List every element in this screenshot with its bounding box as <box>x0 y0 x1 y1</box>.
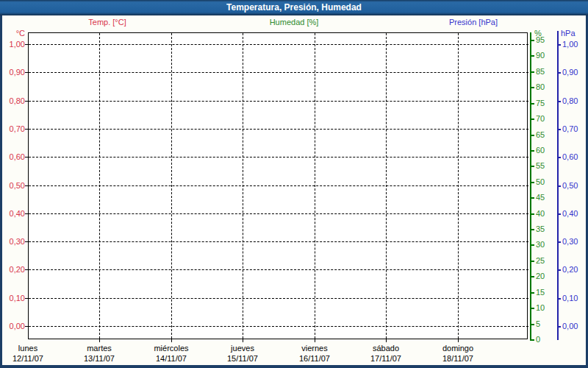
humidity-axis-tick <box>530 150 534 152</box>
day-label: martes <box>66 344 132 353</box>
x-axis-tick <box>243 339 243 342</box>
date-label: 14/11/07 <box>138 354 204 363</box>
temp-axis-tick <box>25 269 28 270</box>
day-label: domingo <box>425 344 491 353</box>
x-axis-tick <box>315 339 315 342</box>
humidity-axis-tick-label: 60 <box>536 146 545 155</box>
date-label: 17/11/07 <box>353 354 419 363</box>
v-gridline <box>171 33 172 339</box>
v-gridline <box>315 33 315 339</box>
temp-axis-tick <box>25 326 28 327</box>
x-axis-tick <box>386 339 387 342</box>
humidity-axis-tick-label: 40 <box>536 209 545 218</box>
x-axis-tick <box>458 339 459 342</box>
temp-axis-tick-label: 1,00 <box>0 40 25 49</box>
humidity-axis-tick-label: 10 <box>536 303 545 312</box>
humidity-axis-tick <box>530 135 534 136</box>
chart-area: °C % hPa 1,001,000,900,900,800,800,700,7… <box>0 0 588 368</box>
temp-axis-tick-label: 0,40 <box>0 209 25 218</box>
humidity-axis-tick-label: 25 <box>536 256 545 265</box>
day-label: sábado <box>353 344 419 353</box>
h-gridline <box>29 129 528 130</box>
humidity-axis-tick <box>530 182 534 183</box>
humidity-axis-tick <box>530 71 534 73</box>
h-gridline <box>29 44 528 45</box>
humidity-axis-tick <box>530 166 534 167</box>
temp-axis-tick <box>25 72 28 73</box>
humidity-axis-tick-label: 85 <box>536 67 545 76</box>
pressure-axis-tick-label: 0,70 <box>562 124 578 133</box>
humidity-axis-line <box>530 32 531 340</box>
humidity-axis-tick <box>530 261 534 262</box>
humidity-axis-tick-label: 20 <box>536 272 545 280</box>
humidity-axis-tick <box>530 292 534 294</box>
humidity-axis-tick <box>530 87 534 88</box>
date-label: 16/11/07 <box>282 354 348 363</box>
temp-axis-tick-label: 0,30 <box>0 237 25 246</box>
humidity-axis-tick <box>530 40 534 41</box>
humidity-axis-tick <box>530 308 534 309</box>
humidity-axis-tick-label: 65 <box>536 130 545 139</box>
chart-window: Temperatura, Presión, Humedad Temp. [°C]… <box>0 0 588 368</box>
temp-axis-tick <box>25 157 28 158</box>
day-label: jueves <box>209 344 276 353</box>
humidity-axis-tick <box>530 103 534 105</box>
temp-axis-tick-label: 0,60 <box>0 152 25 161</box>
humidity-axis-tick <box>530 55 534 57</box>
humidity-axis-tick-label: 5 <box>536 319 540 328</box>
humidity-axis-tick <box>530 229 534 230</box>
humidity-axis-tick-label: 30 <box>536 240 545 249</box>
humidity-axis-tick-label: 15 <box>536 288 545 297</box>
humidity-axis-tick <box>530 276 534 277</box>
pressure-axis-tick-label: 0,50 <box>562 181 578 190</box>
pressure-axis-line <box>557 31 559 340</box>
temp-axis-tick <box>25 129 28 130</box>
h-gridline <box>29 185 528 186</box>
pressure-axis-header: hPa <box>561 29 576 38</box>
temp-axis-tick-label: 0,70 <box>0 124 25 133</box>
h-gridline <box>29 326 528 327</box>
day-label: viernes <box>282 344 348 353</box>
h-gridline <box>29 72 528 73</box>
humidity-axis-tick <box>530 324 534 325</box>
pressure-axis-tick-label: 0,20 <box>562 265 578 274</box>
pressure-axis-tick-label: 0,80 <box>562 96 578 105</box>
h-gridline <box>29 213 528 214</box>
humidity-axis-tick-label: 80 <box>536 82 545 91</box>
humidity-axis-tick-label: 0 <box>536 335 540 344</box>
pressure-axis-tick-label: 0,90 <box>562 68 578 77</box>
x-axis-tick <box>171 339 172 342</box>
date-label: 13/11/07 <box>66 354 132 363</box>
v-gridline <box>386 33 387 339</box>
humidity-axis-tick-label: 50 <box>536 177 545 186</box>
temp-axis-tick <box>25 101 28 102</box>
humidity-axis-tick-label: 35 <box>536 224 545 233</box>
humidity-axis-tick <box>530 244 534 246</box>
humidity-axis-tick <box>530 197 534 199</box>
temp-axis-tick <box>25 241 28 242</box>
humidity-axis-tick-label: 70 <box>536 114 545 123</box>
date-label: 18/11/07 <box>425 354 491 363</box>
x-axis-tick <box>99 339 100 342</box>
humidity-axis-tick-label: 95 <box>536 35 545 44</box>
h-gridline <box>29 269 528 270</box>
humidity-axis-tick-label: 75 <box>536 99 545 107</box>
pressure-axis-tick-label: 1,00 <box>562 40 578 49</box>
h-gridline <box>29 101 528 102</box>
humidity-axis-tick-label: 55 <box>536 161 545 170</box>
humidity-axis-tick <box>530 339 534 341</box>
temp-axis-tick-label: 0,10 <box>0 294 25 302</box>
date-label: 15/11/07 <box>209 354 276 363</box>
day-label: miércoles <box>138 344 204 353</box>
temp-axis-tick-label: 0,00 <box>0 322 25 330</box>
pressure-axis-tick-label: 0,10 <box>562 294 578 302</box>
v-gridline <box>99 33 100 339</box>
humidity-axis-tick <box>530 213 534 215</box>
h-gridline <box>29 241 528 242</box>
pressure-axis-tick-label: 0,30 <box>562 237 578 246</box>
temp-axis-tick-label: 0,80 <box>0 96 25 105</box>
h-gridline <box>29 157 528 158</box>
pressure-axis-tick-label: 0,00 <box>562 322 578 330</box>
pressure-axis-tick-label: 0,40 <box>562 209 578 218</box>
humidity-axis-tick <box>530 118 534 120</box>
